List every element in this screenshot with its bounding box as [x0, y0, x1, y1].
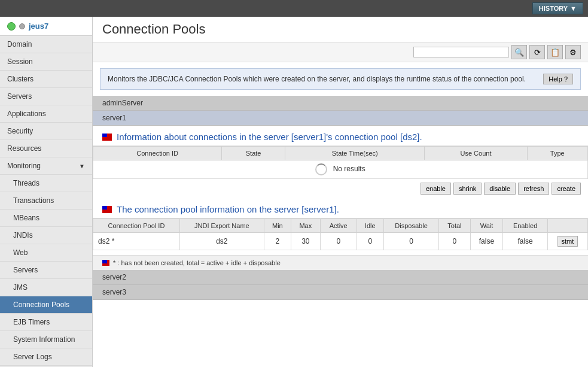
col-state: State: [222, 147, 285, 160]
pool-col-action: [547, 219, 587, 233]
history-button[interactable]: HISTORY ▼: [532, 2, 583, 14]
export-icon-button[interactable]: 📋: [547, 45, 563, 59]
toolbar: 🔍 ⟳ 📋 ⚙: [93, 43, 588, 62]
server-row-admin[interactable]: adminServer: [93, 96, 588, 111]
pool-col-id: Connection Pool ID: [93, 219, 180, 233]
action-buttons-row: enable shrink disable refresh create: [93, 179, 588, 198]
col-state-time: State Time(sec): [285, 147, 425, 160]
pool-col-enabled: Enabled: [503, 219, 547, 233]
sidebar-item-mbeans[interactable]: MBeans: [0, 210, 92, 227]
content-area: Connection Pools 🔍 ⟳ 📋 ⚙ Monitors the JD…: [93, 17, 588, 367]
pool-disposable-cell: 0: [383, 233, 439, 250]
page-title-bar: Connection Pools: [93, 17, 588, 43]
note-text: * : has not been created, total = active…: [113, 259, 281, 266]
connections-section-title: Information about connections in the ser…: [117, 132, 422, 142]
history-arrow-icon: ▼: [570, 5, 577, 12]
col-use-count: Use Count: [425, 147, 527, 160]
disable-button[interactable]: disable: [484, 183, 516, 195]
search-button[interactable]: 🔍: [511, 45, 527, 59]
section-flag-icon: [102, 134, 112, 141]
spinner-icon: [315, 163, 327, 175]
main-layout: jeus7 Domain Session Clusters Servers Ap…: [0, 17, 588, 367]
col-type: Type: [527, 147, 587, 160]
help-button[interactable]: Help ?: [543, 74, 573, 84]
note-flag-icon: [102, 260, 109, 266]
server-row-server3[interactable]: server3: [93, 285, 588, 300]
sidebar-item-system-information[interactable]: System Information: [0, 331, 92, 348]
settings-icon-button[interactable]: ⚙: [565, 45, 581, 59]
pool-wait-cell: false: [470, 233, 503, 250]
sidebar-item-clusters[interactable]: Clusters: [0, 71, 92, 88]
top-bar: HISTORY ▼: [0, 0, 588, 17]
pool-col-jndi: JNDI Export Name: [179, 219, 264, 233]
monitoring-section-header[interactable]: Monitoring ▼: [0, 157, 92, 175]
pool-min-cell: 2: [264, 233, 291, 250]
sidebar-item-transactions[interactable]: Transactions: [0, 192, 92, 210]
sidebar-item-threads[interactable]: Threads: [0, 175, 92, 192]
refresh-icon-button[interactable]: ⟳: [529, 45, 545, 59]
info-banner-text: Monitors the JDBC/JCA Connection Pools w…: [108, 74, 526, 84]
sidebar: jeus7 Domain Session Clusters Servers Ap…: [0, 17, 93, 367]
pool-section-title: The connection pool information on the s…: [117, 204, 339, 214]
pool-col-idle: Idle: [357, 219, 383, 233]
server-row-server1[interactable]: server1: [93, 111, 588, 126]
server-row-server2[interactable]: server2: [93, 270, 588, 285]
pool-col-disposable: Disposable: [383, 219, 439, 233]
server-name: jeus7: [29, 22, 48, 31]
sidebar-server-header: jeus7: [0, 17, 92, 36]
pool-col-wait: Wait: [470, 219, 503, 233]
sidebar-item-security[interactable]: Security: [0, 123, 92, 140]
pool-jndi-cell: ds2: [179, 233, 264, 250]
pool-enabled-cell: false: [503, 233, 547, 250]
pool-section-header: The connection pool information on the s…: [93, 198, 588, 219]
stmt-button[interactable]: stmt: [557, 236, 578, 247]
pool-col-max: Max: [291, 219, 320, 233]
pool-id-cell: ds2 *: [93, 233, 180, 250]
create-button[interactable]: create: [552, 183, 581, 195]
col-connection-id: Connection ID: [93, 147, 222, 160]
connections-section-header: Information about connections in the ser…: [93, 126, 588, 146]
sidebar-item-ejb-timers[interactable]: EJB Timers: [0, 314, 92, 331]
sidebar-item-servers[interactable]: Servers: [0, 88, 92, 105]
pool-total-cell: 0: [439, 233, 470, 250]
shrink-button[interactable]: shrink: [453, 183, 482, 195]
connections-table: Connection ID State State Time(sec) Use …: [93, 146, 588, 179]
pool-col-total: Total: [439, 219, 470, 233]
status-icon: [7, 22, 16, 31]
pool-idle-cell: 0: [357, 233, 383, 250]
pool-section-flag-icon: [102, 206, 112, 213]
history-label: HISTORY: [539, 5, 568, 12]
page-title: Connection Pools: [102, 22, 205, 37]
monitoring-label: Monitoring: [7, 162, 41, 170]
sidebar-item-resources[interactable]: Resources: [0, 140, 92, 157]
info-banner: Monitors the JDBC/JCA Connection Pools w…: [100, 68, 581, 90]
pool-table-wrap: Connection Pool ID JNDI Export Name Min …: [93, 219, 588, 255]
pool-table: Connection Pool ID JNDI Export Name Min …: [93, 219, 588, 250]
search-input[interactable]: [413, 47, 509, 57]
status-icon-secondary: [19, 23, 25, 29]
no-results-cell: No results: [93, 160, 588, 179]
sidebar-item-applications[interactable]: Applications: [0, 105, 92, 123]
pool-active-cell: 0: [320, 233, 357, 250]
sidebar-item-session[interactable]: Session: [0, 53, 92, 71]
monitoring-arrow-icon: ▼: [79, 163, 85, 169]
sidebar-item-web[interactable]: Web: [0, 244, 92, 262]
sidebar-item-jms[interactable]: JMS: [0, 279, 92, 296]
enable-button[interactable]: enable: [421, 183, 451, 195]
pool-stmt-cell: stmt: [547, 233, 587, 250]
sidebar-item-servers-mon[interactable]: Servers: [0, 262, 92, 279]
pool-max-cell: 30: [291, 233, 320, 250]
note-row: * : has not been created, total = active…: [93, 255, 588, 270]
sidebar-item-domain[interactable]: Domain: [0, 36, 92, 53]
pool-row: ds2 * ds2 2 30 0 0 0 0 false false stmt: [93, 233, 588, 250]
pool-col-active: Active: [320, 219, 357, 233]
refresh-button[interactable]: refresh: [518, 183, 549, 195]
sidebar-item-connection-pools[interactable]: Connection Pools: [0, 296, 92, 314]
sidebar-item-jndis[interactable]: JNDIs: [0, 227, 92, 244]
pool-col-min: Min: [264, 219, 291, 233]
sidebar-item-server-logs[interactable]: Server Logs: [0, 348, 92, 366]
